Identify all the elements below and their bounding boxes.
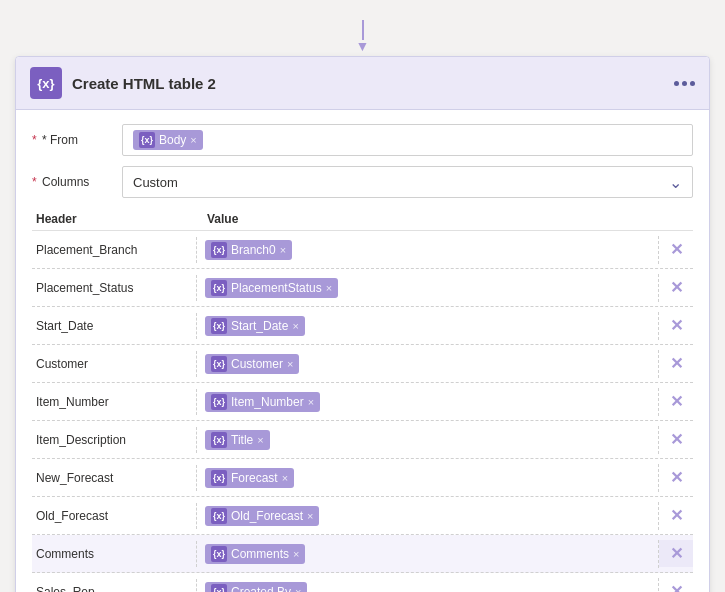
row-action-placement-status: ✕	[659, 274, 693, 301]
required-star-from: *	[32, 133, 37, 147]
row-value-comments[interactable]: {x} Comments ×	[197, 540, 659, 568]
card-body: * * From {x} Body × * Columns	[16, 110, 709, 592]
row-value-new-forecast[interactable]: {x} Forecast ×	[197, 464, 659, 492]
delete-icon-item-description[interactable]: ✕	[670, 430, 683, 449]
body-tag-icon: {x}	[139, 132, 155, 148]
table-row: Item_Description {x} Title × ✕	[32, 421, 693, 459]
customer-tag: {x} Customer ×	[205, 354, 299, 374]
delete-icon-start-date[interactable]: ✕	[670, 316, 683, 335]
table-row: Sales_Rep {x} Created By × ✕	[32, 573, 693, 592]
table-row: Placement_Status {x} PlacementStatus × ✕	[32, 269, 693, 307]
header-icon: {x}	[30, 67, 62, 99]
item-number-tag: {x} Item_Number ×	[205, 392, 320, 412]
old-forecast-tag-icon: {x}	[211, 508, 227, 524]
table-row: Comments {x} Comments × ✕	[32, 535, 693, 573]
placement-status-tag-icon: {x}	[211, 280, 227, 296]
columns-label: * Columns	[32, 175, 122, 189]
card-header-left: {x} Create HTML table 2	[30, 67, 216, 99]
row-value-item-number[interactable]: {x} Item_Number ×	[197, 388, 659, 416]
columns-select[interactable]: Custom ⌄	[122, 166, 693, 198]
table-row: Placement_Branch {x} Branch0 × ✕	[32, 231, 693, 269]
chevron-down-icon: ⌄	[669, 173, 682, 192]
row-value-placement-branch[interactable]: {x} Branch0 ×	[197, 236, 659, 264]
row-value-item-description[interactable]: {x} Title ×	[197, 426, 659, 454]
col-header-header: Header	[32, 212, 197, 226]
row-value-start-date[interactable]: {x} Start_Date ×	[197, 312, 659, 340]
from-field-row: * * From {x} Body ×	[32, 124, 693, 156]
start-date-tag-icon: {x}	[211, 318, 227, 334]
comments-tag-close[interactable]: ×	[293, 548, 299, 560]
dot3	[690, 81, 695, 86]
delete-icon-sales-rep[interactable]: ✕	[670, 582, 683, 592]
old-forecast-tag-label: Old_Forecast	[231, 509, 303, 523]
from-label: * * From	[32, 133, 122, 147]
table-row: Item_Number {x} Item_Number × ✕	[32, 383, 693, 421]
table-section: Header Value Placement_Branch {x} Branch…	[32, 208, 693, 592]
item-description-tag-icon: {x}	[211, 432, 227, 448]
row-action-start-date: ✕	[659, 312, 693, 339]
table-row: Start_Date {x} Start_Date × ✕	[32, 307, 693, 345]
delete-icon-new-forecast[interactable]: ✕	[670, 468, 683, 487]
row-header-sales-rep: Sales_Rep	[32, 579, 197, 593]
row-header-comments: Comments	[32, 541, 197, 567]
table-row: Customer {x} Customer × ✕	[32, 345, 693, 383]
row-header-item-description: Item_Description	[32, 427, 197, 453]
delete-icon-placement-branch[interactable]: ✕	[670, 240, 683, 259]
row-action-sales-rep: ✕	[659, 578, 693, 592]
row-action-comments: ✕	[659, 540, 693, 567]
comments-tag-label: Comments	[231, 547, 289, 561]
sales-rep-tag-label: Created By	[231, 585, 291, 593]
delete-icon-placement-status[interactable]: ✕	[670, 278, 683, 297]
row-value-placement-status[interactable]: {x} PlacementStatus ×	[197, 274, 659, 302]
row-value-old-forecast[interactable]: {x} Old_Forecast ×	[197, 502, 659, 530]
new-forecast-tag: {x} Forecast ×	[205, 468, 294, 488]
connector-top	[15, 20, 710, 40]
from-input[interactable]: {x} Body ×	[122, 124, 693, 156]
start-date-tag-close[interactable]: ×	[292, 320, 298, 332]
delete-icon-item-number[interactable]: ✕	[670, 392, 683, 411]
columns-value: Custom	[133, 175, 178, 190]
dot1	[674, 81, 679, 86]
old-forecast-tag-close[interactable]: ×	[307, 510, 313, 522]
table-row: New_Forecast {x} Forecast × ✕	[32, 459, 693, 497]
table-header: Header Value	[32, 208, 693, 231]
sales-rep-tag-icon: {x}	[211, 584, 227, 593]
card-title: Create HTML table 2	[72, 75, 216, 92]
customer-tag-icon: {x}	[211, 356, 227, 372]
col-header-value: Value	[197, 212, 693, 226]
delete-icon-old-forecast[interactable]: ✕	[670, 506, 683, 525]
placement-branch-tag-icon: {x}	[211, 242, 227, 258]
row-action-placement-branch: ✕	[659, 236, 693, 263]
row-value-customer[interactable]: {x} Customer ×	[197, 350, 659, 378]
row-header-placement-branch: Placement_Branch	[32, 237, 197, 263]
row-action-new-forecast: ✕	[659, 464, 693, 491]
comments-tag-icon: {x}	[211, 546, 227, 562]
placement-status-tag-label: PlacementStatus	[231, 281, 322, 295]
start-date-tag-label: Start_Date	[231, 319, 288, 333]
row-header-item-number: Item_Number	[32, 389, 197, 415]
columns-field-row: * Columns Custom ⌄	[32, 166, 693, 198]
placement-status-tag-close[interactable]: ×	[326, 282, 332, 294]
dots-menu-button[interactable]	[674, 81, 695, 86]
delete-icon-customer[interactable]: ✕	[670, 354, 683, 373]
placement-branch-tag-close[interactable]: ×	[280, 244, 286, 256]
item-description-tag-close[interactable]: ×	[257, 434, 263, 446]
row-header-placement-status: Placement_Status	[32, 275, 197, 301]
card-header: {x} Create HTML table 2	[16, 57, 709, 110]
customer-tag-close[interactable]: ×	[287, 358, 293, 370]
placement-branch-tag: {x} Branch0 ×	[205, 240, 292, 260]
item-number-tag-icon: {x}	[211, 394, 227, 410]
placement-status-tag: {x} PlacementStatus ×	[205, 278, 338, 298]
sales-rep-tag-close[interactable]: ×	[295, 586, 301, 593]
create-html-table-card: {x} Create HTML table 2 * * From {	[15, 56, 710, 592]
row-value-sales-rep[interactable]: {x} Created By ×	[197, 578, 659, 593]
arrow-indicator: ▼	[15, 38, 710, 54]
delete-icon-comments[interactable]: ✕	[670, 544, 683, 563]
customer-tag-label: Customer	[231, 357, 283, 371]
item-number-tag-close[interactable]: ×	[308, 396, 314, 408]
old-forecast-tag: {x} Old_Forecast ×	[205, 506, 319, 526]
row-header-start-date: Start_Date	[32, 313, 197, 339]
new-forecast-tag-close[interactable]: ×	[282, 472, 288, 484]
item-description-tag-label: Title	[231, 433, 253, 447]
body-tag-close[interactable]: ×	[190, 134, 196, 146]
